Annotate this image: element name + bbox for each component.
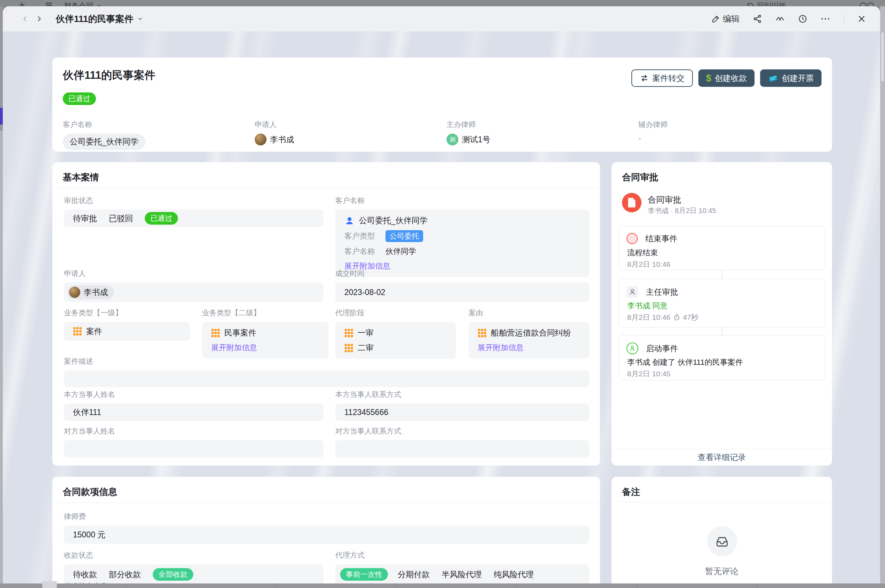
field-agency-stage: 代理阶段 一审 二审 — [335, 308, 456, 359]
header-field-customer: 客户名称 公司委托_伙伴同学 — [63, 120, 146, 150]
applicant-avatar — [255, 134, 267, 146]
applicant-avatar — [69, 286, 80, 298]
underlying-right-rail — [880, 6, 885, 588]
stage-item-1[interactable]: 一审 — [344, 327, 374, 338]
option-installment[interactable]: 分期付款 — [398, 569, 430, 580]
field-payment-status: 收款状态 待收款 部分收款 全部收款 — [64, 550, 323, 585]
customer-type-badge: 公司委托 — [386, 230, 423, 242]
opposing-party-contact-input[interactable] — [335, 440, 589, 458]
approval-item-title[interactable]: 合同审批 — [648, 194, 681, 206]
biz2-item[interactable]: 民事案件 — [211, 327, 256, 338]
forward-arrow-icon[interactable] — [32, 12, 46, 26]
biz1-item[interactable]: 案件 — [73, 326, 102, 337]
cause-item[interactable]: 船舶营运借款合同纠纷 — [477, 327, 571, 338]
workspace-tab-label: 财务合同 — [64, 1, 93, 6]
timeline-connector — [722, 270, 723, 279]
create-invoice-button[interactable]: 创建开票 — [760, 69, 822, 87]
field-opposing-party-name: 对方当事人姓名 — [64, 426, 323, 458]
chevron-down-icon — [96, 3, 102, 6]
pencil-icon — [712, 15, 720, 23]
create-receipt-button[interactable]: $ 创建收款 — [698, 69, 754, 87]
field-agency-method: 代理方式 事前一次性 分期付款 半风险代理 纯风险代理 — [335, 550, 589, 585]
approval-item-meta: 李书成 · 8月2日 10:45 — [648, 206, 716, 216]
option-awaiting-payment[interactable]: 待收款 — [73, 569, 97, 580]
timeline-event-start[interactable]: 启动事件 李书成 创建了 伙伴111的民事案件 8月2日 10:45 — [618, 335, 825, 381]
notes-title: 备注 — [622, 486, 640, 498]
option-pure-risk[interactable]: 纯风险代理 — [494, 569, 534, 580]
underlying-bottom-widget — [42, 581, 57, 588]
edit-button[interactable]: 编辑 — [712, 13, 740, 24]
header-field-lead-lawyer: 主办律师 测测试1号 — [447, 120, 490, 146]
timeline-event-end[interactable]: 结束事件 流程结束 8月2日 10:46 — [618, 226, 825, 270]
customer-pill[interactable]: 公司委托_伙伴同学 — [63, 134, 146, 150]
invoice-ticket-icon — [768, 73, 778, 83]
workspace-tab[interactable]: 财务合同 — [64, 1, 102, 6]
header-field-applicant: 申请人 李书成 — [255, 120, 294, 146]
lawyer-avatar: 测 — [447, 134, 458, 146]
new-tab-icon[interactable] — [18, 1, 26, 6]
field-lawyer-fee: 律师费 15000 元 — [64, 512, 589, 544]
view-detail-records-link[interactable]: 查看详细记录 — [612, 449, 832, 466]
case-title: 伙伴111的民事案件 — [63, 68, 155, 82]
underlying-app-topbar: 财务合同 回到旧版 — [0, 0, 885, 6]
case-description-input[interactable] — [64, 370, 589, 387]
option-partial-payment[interactable]: 部分收款 — [109, 569, 141, 580]
own-party-contact-input[interactable]: 1123455666 — [335, 404, 589, 421]
lawyer-fee-input[interactable]: 15000 元 — [64, 526, 589, 544]
user-avatars-partial[interactable] — [859, 1, 875, 6]
field-cause: 案由 船舶营运借款合同纠纷 展开附加信息 — [468, 308, 589, 358]
expand-info-link[interactable]: 展开附加信息 — [211, 342, 257, 353]
more-options-icon[interactable] — [820, 14, 830, 23]
section-divider — [52, 188, 600, 188]
title-caret-icon[interactable] — [137, 16, 143, 22]
scrollbar-thumb[interactable] — [881, 32, 884, 81]
option-upfront-selected[interactable]: 事前一次性 — [340, 568, 388, 580]
stopwatch-icon — [673, 314, 680, 321]
field-own-party-contact: 本方当事人联系方式 1123455666 — [335, 390, 589, 421]
payment-card-title: 合同款项信息 — [63, 486, 117, 498]
applicant-pill[interactable]: 李书成 — [68, 285, 114, 299]
back-to-old-label: 回到旧版 — [757, 1, 786, 6]
field-biz-type-1: 业务类型【一级】 案件 — [64, 308, 190, 341]
grid-icon — [344, 328, 353, 338]
own-party-name-input[interactable]: 伙伴111 — [64, 404, 323, 421]
create-invoice-label: 创建开票 — [782, 73, 814, 84]
basic-case-card: 基本案情 审批状态 待审批 已驳回 已通过 客户名称 公司委托_伙伴同学 — [52, 162, 600, 466]
grid-icon — [477, 328, 487, 338]
field-opposing-party-contact: 对方当事人联系方式 — [335, 426, 589, 458]
opposing-party-name-input[interactable] — [64, 440, 323, 458]
person-icon-green — [627, 342, 638, 354]
modal-title: 伙伴111的民事案件 — [56, 13, 134, 25]
modal-titlebar: 伙伴111的民事案件 编辑 — [3, 6, 880, 32]
field-own-party-name: 本方当事人姓名 伙伴111 — [64, 390, 323, 421]
option-semi-risk[interactable]: 半风险代理 — [442, 569, 482, 580]
option-approved-selected[interactable]: 已通过 — [145, 212, 178, 225]
menu-icon[interactable] — [45, 1, 53, 6]
underlying-left-rail — [0, 6, 3, 588]
case-transfer-button[interactable]: 案件转交 — [632, 69, 693, 87]
header-field-assist-lawyer: 辅办律师 - — [638, 120, 668, 143]
back-to-old-link[interactable]: 回到旧版 — [747, 1, 786, 6]
contract-approval-panel: 合同审批 合同审批 李书成 · 8月2日 10:45 结束事件 流程结束 8月2… — [612, 162, 832, 466]
section-divider — [612, 502, 832, 502]
underlying-bottom-bar — [0, 584, 885, 588]
option-full-payment-selected[interactable]: 全部收款 — [153, 568, 193, 580]
timeline-event-director-approval[interactable]: 主任审批 李书成 同意 8月2日 10:46 47秒 — [618, 279, 825, 327]
close-icon[interactable] — [857, 14, 866, 23]
basic-case-title: 基本案情 — [63, 171, 99, 183]
field-biz-type-2: 业务类型【二级】 民事案件 展开附加信息 — [202, 308, 328, 358]
option-pending[interactable]: 待审批 — [73, 213, 97, 224]
share-icon[interactable] — [753, 14, 762, 23]
expand-info-link[interactable]: 展开附加信息 — [477, 342, 524, 353]
workflow-icon[interactable] — [775, 14, 785, 23]
customer-type-row: 客户类型 公司委托 — [344, 230, 423, 242]
history-clock-icon[interactable] — [798, 14, 807, 23]
person-icon — [344, 216, 355, 226]
transfer-arrows-icon — [640, 74, 649, 82]
edit-label: 编辑 — [723, 13, 740, 24]
back-arrow-icon[interactable] — [18, 12, 32, 26]
approval-panel-title: 合同审批 — [622, 171, 658, 183]
option-rejected[interactable]: 已驳回 — [109, 213, 133, 224]
stage-item-2[interactable]: 二审 — [344, 342, 374, 353]
customer-name-row[interactable]: 公司委托_伙伴同学 — [344, 215, 428, 226]
